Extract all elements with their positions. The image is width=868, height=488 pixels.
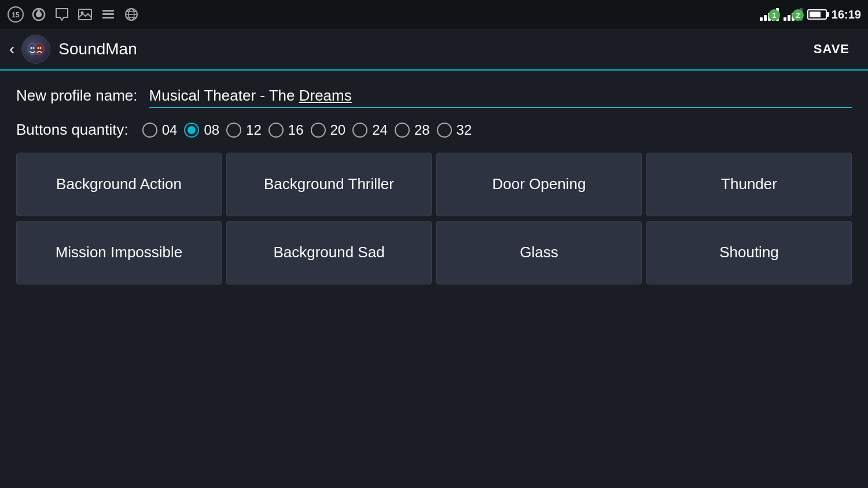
svg-rect-4	[79, 9, 91, 20]
chat-icon	[53, 6, 71, 23]
sound-button-label-4: Mission Impossible	[56, 243, 183, 263]
quantity-label: Buttons quantity:	[16, 121, 128, 139]
svg-rect-6	[102, 10, 114, 12]
status-bar-left: 15	[7, 6, 140, 23]
sound-button-label-0: Background Action	[56, 175, 182, 194]
signal-bar	[784, 17, 786, 21]
sound-button-label-6: Glass	[520, 243, 558, 263]
radio-label-16: 16	[288, 122, 304, 138]
svg-point-19	[40, 47, 42, 49]
sound-button-3[interactable]: Thunder	[646, 153, 852, 216]
sound-button-4[interactable]: Mission Impossible	[16, 221, 222, 284]
signal1-badge: 1	[768, 9, 780, 21]
svg-rect-8	[102, 17, 114, 19]
radio-item-04[interactable]: 04	[142, 122, 178, 138]
sound-button-0[interactable]: Background Action	[16, 153, 222, 216]
radio-circle-28[interactable]	[395, 123, 410, 138]
radio-item-24[interactable]: 24	[352, 122, 388, 138]
signal1-wrapper: 1	[760, 8, 779, 21]
notification-badge: 15	[7, 6, 24, 23]
radio-circle-20[interactable]	[311, 123, 326, 138]
list-icon	[100, 6, 117, 23]
battery-icon	[807, 9, 827, 20]
svg-text:15: 15	[12, 11, 20, 19]
svg-point-15	[31, 47, 32, 49]
svg-point-3	[36, 12, 42, 17]
signal-bar	[788, 15, 790, 21]
profile-name-row: New profile name: Musical Theater - The …	[16, 87, 852, 108]
radio-item-12[interactable]: 12	[226, 122, 262, 138]
save-button[interactable]: SAVE	[804, 37, 859, 61]
sound-button-label-2: Door Opening	[492, 175, 586, 194]
main-content: New profile name: Musical Theater - The …	[0, 71, 868, 296]
svg-point-16	[33, 47, 35, 49]
radio-label-04: 04	[162, 122, 178, 138]
sync-icon	[30, 6, 47, 23]
radio-group: 04 08 12 16 20	[142, 122, 472, 138]
radio-label-28: 28	[414, 122, 430, 138]
profile-name-underlined-word: Dreams	[299, 87, 352, 104]
radio-label-08: 08	[204, 122, 219, 138]
sound-button-label-1: Background Thriller	[264, 175, 394, 194]
image-icon	[76, 6, 94, 23]
sound-button-5[interactable]: Background Sad	[226, 221, 432, 284]
back-button[interactable]: ‹	[9, 40, 14, 58]
app-bar: ‹ SoundMan SAVE	[0, 29, 868, 71]
signal-bar	[764, 15, 767, 21]
sound-button-label-5: Background Sad	[273, 243, 384, 263]
sound-buttons-grid: Background Action Background Thriller Do…	[16, 153, 852, 284]
radio-label-20: 20	[330, 122, 346, 138]
radio-item-20[interactable]: 20	[311, 122, 346, 138]
app-title: SoundMan	[58, 40, 804, 58]
profile-name-value[interactable]: Musical Theater - The Dreams	[149, 87, 352, 104]
signal2-wrapper: 2	[784, 8, 803, 21]
radio-circle-16[interactable]	[269, 123, 284, 138]
radio-circle-12[interactable]	[226, 123, 241, 138]
radio-circle-04[interactable]	[142, 123, 157, 138]
sound-button-label-3: Thunder	[721, 175, 777, 194]
radio-label-32: 32	[457, 122, 472, 138]
profile-name-input-wrapper: Musical Theater - The Dreams	[149, 87, 852, 108]
app-icon	[21, 35, 50, 64]
radio-circle-32[interactable]	[437, 123, 452, 138]
svg-point-18	[38, 47, 39, 49]
radio-item-32[interactable]: 32	[437, 122, 472, 138]
radio-item-08[interactable]: 08	[184, 122, 219, 138]
sound-button-1[interactable]: Background Thriller	[226, 153, 432, 216]
svg-point-17	[35, 43, 44, 55]
status-bar-right: 1 2 16:19	[760, 8, 861, 21]
svg-rect-7	[102, 13, 114, 15]
sound-button-7[interactable]: Shouting	[646, 221, 852, 284]
radio-item-28[interactable]: 28	[395, 122, 430, 138]
radio-circle-24[interactable]	[352, 123, 367, 138]
profile-name-label: New profile name:	[16, 87, 138, 105]
radio-label-24: 24	[372, 122, 388, 138]
sound-button-2[interactable]: Door Opening	[436, 153, 642, 216]
sound-button-label-7: Shouting	[719, 243, 779, 263]
radio-item-16[interactable]: 16	[269, 122, 304, 138]
signal-bar	[760, 17, 763, 21]
time-display: 16:19	[832, 8, 861, 21]
radio-label-12: 12	[246, 122, 262, 138]
status-bar: 15	[0, 0, 868, 29]
signal2-badge: 2	[792, 9, 804, 21]
battery-fill	[810, 12, 821, 17]
quantity-row: Buttons quantity: 04 08 12 16	[16, 121, 852, 139]
sound-button-6[interactable]: Glass	[436, 221, 642, 284]
globe-icon	[123, 6, 140, 23]
radio-circle-08[interactable]	[184, 123, 199, 138]
